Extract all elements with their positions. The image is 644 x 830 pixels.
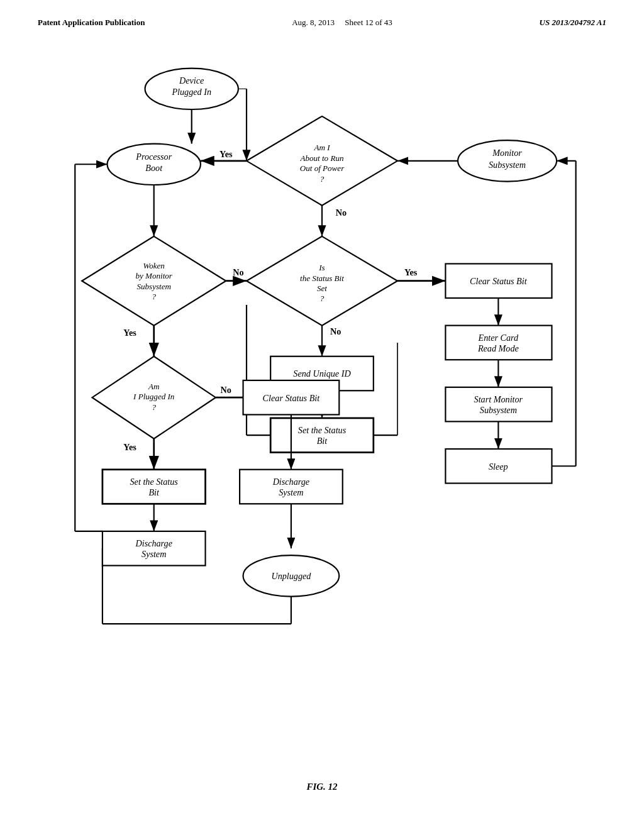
svg-text:Send Unique ID: Send Unique ID	[293, 368, 351, 379]
svg-rect-54	[445, 326, 552, 360]
svg-text:?: ?	[152, 402, 156, 412]
svg-text:Monitor: Monitor	[492, 148, 522, 158]
svg-rect-58	[445, 387, 552, 422]
svg-text:Bit: Bit	[148, 487, 160, 497]
svg-text:Clear Status Bit: Clear Status Bit	[470, 276, 528, 286]
svg-text:Plugged In: Plugged In	[171, 87, 211, 97]
svg-text:by Monitor: by Monitor	[135, 271, 172, 280]
svg-text:Am: Am	[148, 382, 159, 391]
svg-text:Read Mode: Read Mode	[477, 343, 519, 353]
svg-rect-78	[103, 470, 206, 504]
svg-text:Out of Power: Out of Power	[300, 163, 345, 173]
header-right: US 2013/204792 A1	[540, 18, 606, 28]
svg-marker-30	[82, 236, 226, 326]
svg-text:Subsystem: Subsystem	[480, 405, 517, 415]
svg-text:I Plugged In: I Plugged In	[133, 392, 174, 401]
svg-text:Yes: Yes	[123, 328, 136, 338]
diagram-area: Device Plugged In Processor Boot Am I Ab…	[0, 34, 644, 788]
svg-text:Processor: Processor	[135, 152, 172, 162]
header-sheet: Sheet 12 of 43	[345, 18, 392, 27]
svg-text:Device: Device	[179, 75, 204, 86]
svg-text:Yes: Yes	[219, 149, 233, 159]
svg-text:System: System	[279, 487, 303, 497]
svg-text:Set: Set	[317, 284, 327, 293]
svg-text:Boot: Boot	[145, 163, 163, 173]
flowchart-svg: Device Plugged In Processor Boot Am I Ab…	[0, 34, 644, 788]
svg-text:No: No	[221, 385, 231, 395]
svg-text:Discharge: Discharge	[272, 477, 310, 487]
svg-text:the Status Bit: the Status Bit	[300, 274, 344, 283]
svg-text:Am I: Am I	[313, 143, 330, 152]
svg-rect-70	[270, 418, 374, 453]
svg-text:?: ?	[320, 174, 325, 184]
svg-text:Start Monitor: Start Monitor	[474, 394, 523, 404]
fig-label: FIG. 12	[306, 782, 337, 792]
svg-text:Woken: Woken	[143, 261, 165, 270]
svg-text:Yes: Yes	[123, 442, 136, 452]
svg-text:Set the Status: Set the Status	[130, 477, 179, 487]
svg-text:No: No	[330, 326, 341, 336]
page-header: Patent Application Publication Aug. 8, 2…	[0, 0, 644, 28]
svg-rect-85	[240, 470, 343, 504]
svg-text:Bit: Bit	[317, 436, 328, 446]
svg-rect-82	[103, 531, 206, 566]
svg-text:Unplugged: Unplugged	[271, 571, 311, 581]
header-date: Aug. 8, 2013	[292, 18, 335, 27]
svg-text:No: No	[233, 267, 243, 277]
svg-text:?: ?	[152, 292, 156, 301]
svg-text:?: ?	[320, 294, 325, 303]
svg-text:No: No	[336, 208, 347, 218]
svg-text:Enter Card: Enter Card	[478, 333, 519, 343]
svg-text:Subsystem: Subsystem	[136, 282, 170, 291]
header-left: Patent Application Publication	[38, 18, 145, 28]
svg-text:Subsystem: Subsystem	[489, 160, 526, 170]
svg-text:System: System	[142, 549, 166, 559]
svg-text:Sleep: Sleep	[489, 462, 508, 472]
svg-text:Clear Status Bit: Clear Status Bit	[263, 393, 321, 403]
header-center: Aug. 8, 2013 Sheet 12 of 43	[292, 18, 392, 28]
svg-text:Yes: Yes	[404, 267, 418, 277]
svg-text:About to Run: About to Run	[299, 153, 343, 163]
svg-text:Set the Status: Set the Status	[298, 425, 347, 435]
svg-text:Is: Is	[318, 263, 325, 272]
svg-text:Discharge: Discharge	[135, 538, 172, 548]
